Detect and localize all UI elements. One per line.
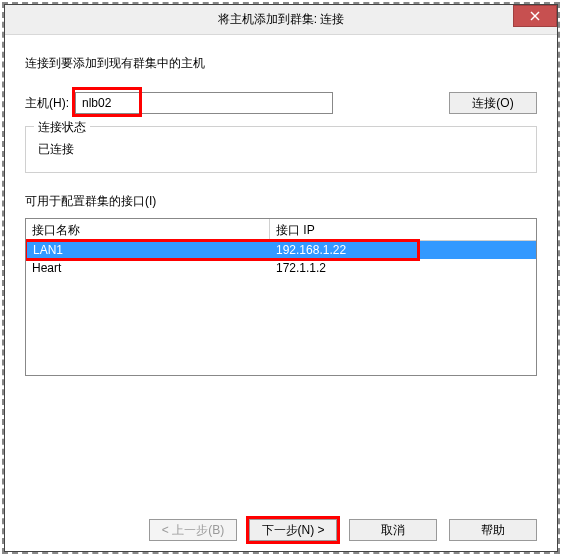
status-text: 已连接 [38,141,524,158]
instruction-text: 连接到要添加到现有群集中的主机 [25,55,537,72]
close-button[interactable] [513,5,557,27]
cell-interface-ip: 192.168.1.22 [270,242,536,258]
host-row: 主机(H): 连接(O) [25,92,537,114]
col-header-name[interactable]: 接口名称 [26,219,270,240]
host-input[interactable] [75,92,333,114]
window-title: 将主机添加到群集: 连接 [218,11,345,28]
host-label: 主机(H): [25,95,69,112]
table-row[interactable]: LAN1192.168.1.22 [26,241,536,259]
wizard-buttons: < 上一步(B) 下一步(N) > 取消 帮助 [25,507,537,541]
close-icon [530,11,540,21]
col-header-ip[interactable]: 接口 IP [270,219,536,240]
cell-interface-ip: 172.1.1.2 [270,260,536,276]
table-row[interactable]: Heart172.1.1.2 [26,259,536,277]
interfaces-label: 可用于配置群集的接口(I) [25,193,537,210]
next-button[interactable]: 下一步(N) > [249,519,337,541]
cell-interface-name: Heart [26,260,270,276]
back-button: < 上一步(B) [149,519,237,541]
cancel-button[interactable]: 取消 [349,519,437,541]
titlebar: 将主机添加到群集: 连接 [5,5,557,35]
status-group-title: 连接状态 [34,119,90,136]
help-button[interactable]: 帮助 [449,519,537,541]
cell-interface-name: LAN1 [26,242,270,258]
table-header: 接口名称 接口 IP [26,219,536,241]
dialog-content: 连接到要添加到现有群集中的主机 主机(H): 连接(O) 连接状态 已连接 可用… [5,35,557,551]
connect-button[interactable]: 连接(O) [449,92,537,114]
connection-status-group: 连接状态 已连接 [25,126,537,173]
wizard-dialog: 将主机添加到群集: 连接 连接到要添加到现有群集中的主机 主机(H): 连接(O… [4,4,558,552]
interfaces-table[interactable]: 接口名称 接口 IP LAN1192.168.1.22Heart172.1.1.… [25,218,537,376]
